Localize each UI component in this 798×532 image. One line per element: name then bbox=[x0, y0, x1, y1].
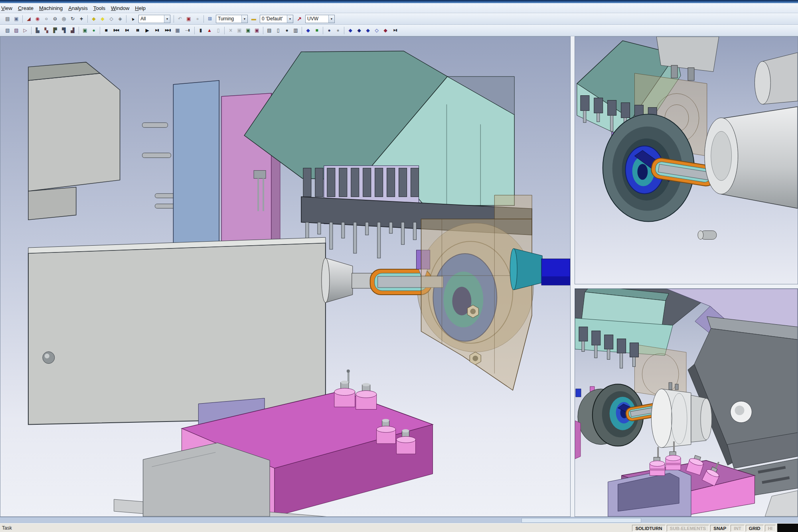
chevron-down-icon[interactable]: ▼ bbox=[241, 15, 247, 23]
solid-drop-2-button[interactable]: ◆ bbox=[355, 26, 363, 35]
verify-globe-button[interactable]: ● bbox=[89, 26, 98, 35]
sim-to-start-button[interactable]: ▮◀◀ bbox=[111, 26, 121, 35]
zoom-window-button[interactable]: ◉ bbox=[33, 14, 42, 23]
import-doc-button[interactable]: ▨ bbox=[12, 26, 21, 35]
shading-wireframe-button[interactable]: ◆ bbox=[98, 14, 107, 23]
status-solidturn[interactable]: SOLIDTURN bbox=[632, 525, 665, 532]
toolbar-icon-glyph: ▚ bbox=[44, 28, 48, 33]
selection-filter-combo[interactable]: All ▼ bbox=[138, 15, 170, 23]
menu-help[interactable]: Help bbox=[131, 4, 149, 12]
shading-translucent-button[interactable]: ◈ bbox=[116, 14, 124, 23]
toolbar-group-offset: ▬ bbox=[249, 14, 258, 23]
feature-mask-1-button[interactable]: ▙ bbox=[33, 26, 42, 35]
viewport-bottom-right-3d[interactable] bbox=[575, 288, 798, 517]
viewport-top-right-3d[interactable] bbox=[575, 36, 798, 284]
solid-drop-1-button[interactable]: ◆ bbox=[346, 26, 355, 35]
print-button[interactable]: ▤ bbox=[3, 14, 12, 23]
sim-speed-button[interactable]: —▮ bbox=[182, 26, 193, 35]
menu-machining[interactable]: Machining bbox=[36, 4, 66, 12]
doc-arrow-button[interactable]: ▷ bbox=[21, 26, 30, 35]
sim-to-end-button[interactable]: ▶▶▮ bbox=[162, 26, 173, 35]
device-button[interactable]: ▯ bbox=[274, 26, 282, 35]
machining-mode-button[interactable]: ⊞ bbox=[205, 14, 214, 23]
sim-play-button[interactable]: ▶ bbox=[143, 26, 152, 35]
status-snap[interactable]: SNAP bbox=[710, 525, 729, 532]
toolbar-icon-glyph: ◆ bbox=[306, 28, 310, 33]
sim-step-back-button[interactable]: ▮◀ bbox=[121, 26, 132, 35]
toolbar-separator bbox=[174, 15, 174, 23]
copy-2-button[interactable]: ▣ bbox=[235, 26, 244, 35]
copy-button[interactable]: ▣ bbox=[12, 14, 21, 23]
work-plane-combo[interactable]: 0 'Default' ▼ bbox=[260, 15, 293, 23]
sim-step-forward-button[interactable]: ▶▮ bbox=[152, 26, 162, 35]
uvw-axes-button[interactable]: ↗ bbox=[295, 14, 304, 23]
go-to-end-button[interactable]: ▶▮ bbox=[390, 26, 401, 35]
axes-mode-combo[interactable]: UVW ▼ bbox=[305, 15, 335, 23]
feature-mask-3-button[interactable]: ▛ bbox=[51, 26, 59, 35]
status-sub-elements[interactable]: SUB-ELEMENTS bbox=[667, 525, 709, 532]
sim-pause-button[interactable]: ▮▮ bbox=[132, 26, 143, 35]
stock-cube-button[interactable]: ■ bbox=[312, 26, 321, 35]
chevron-down-icon[interactable]: ▼ bbox=[164, 15, 170, 23]
menu-create[interactable]: Create bbox=[14, 4, 37, 12]
work-offset-button[interactable]: ▬ bbox=[249, 14, 258, 23]
report-page-button[interactable]: ▯ bbox=[214, 26, 223, 35]
toolbar-icon-glyph: ▮ bbox=[200, 28, 202, 33]
toolbar-icon-glyph: ▟ bbox=[71, 28, 74, 33]
pan-view-button[interactable]: + bbox=[77, 14, 86, 23]
sim-stop-button[interactable]: ■ bbox=[102, 26, 111, 35]
chart-button[interactable]: ▥ bbox=[291, 26, 300, 35]
shading-hidden-button[interactable]: ◇ bbox=[107, 14, 116, 23]
zoom-out-button[interactable]: ⊖ bbox=[51, 14, 59, 23]
redo-button[interactable]: ▣ bbox=[184, 14, 193, 23]
chevron-down-icon[interactable]: ▼ bbox=[328, 15, 334, 23]
menu-analysis[interactable]: Analysis bbox=[65, 4, 91, 12]
menu-window[interactable]: Window bbox=[107, 4, 133, 12]
horizontal-scrollbar-thumb[interactable] bbox=[521, 518, 641, 523]
chevron-down-icon[interactable]: ▼ bbox=[287, 15, 293, 23]
save-disk-button[interactable]: ▣ bbox=[244, 26, 253, 35]
undo-button[interactable]: ↶ bbox=[176, 14, 184, 23]
zoom-extents-button[interactable]: ◎ bbox=[59, 14, 68, 23]
selection-filter-value: All bbox=[139, 16, 164, 22]
feature-mask-4-button[interactable]: ▜ bbox=[59, 26, 68, 35]
feature-mask-5-button[interactable]: ▟ bbox=[68, 26, 77, 35]
clipboard-button[interactable]: ▤ bbox=[265, 26, 274, 35]
solid-drop-red-button[interactable]: ◆ bbox=[381, 26, 390, 35]
toolbar-icon-glyph: ▣ bbox=[83, 28, 87, 33]
zoom-in-button[interactable]: ○ bbox=[42, 14, 51, 23]
solid-drop-3-button[interactable]: ◆ bbox=[363, 26, 372, 35]
rotate-view-button[interactable]: ↻ bbox=[68, 14, 77, 23]
menu-view[interactable]: View bbox=[0, 4, 16, 12]
toolbar-icon-glyph: ▮▮ bbox=[136, 29, 139, 32]
work-plane-value: 0 'Default' bbox=[260, 16, 287, 22]
hold-point-button[interactable]: ▮ bbox=[196, 26, 205, 35]
technology-combo[interactable]: Turning ▼ bbox=[216, 15, 248, 23]
tool-alarm-button[interactable]: ▲ bbox=[205, 26, 214, 35]
save-process-button[interactable]: ▣ bbox=[81, 26, 89, 35]
feature-mask-2-button[interactable]: ▚ bbox=[42, 26, 51, 35]
sphere-gray-button[interactable]: ● bbox=[334, 26, 342, 35]
export-doc-button[interactable]: ▧ bbox=[3, 26, 12, 35]
menu-tools[interactable]: Tools bbox=[90, 4, 109, 12]
sphere-dark-button[interactable]: ● bbox=[325, 26, 334, 35]
save-as-button[interactable]: ▣ bbox=[253, 26, 261, 35]
sim-table-button[interactable]: ▦ bbox=[173, 26, 182, 35]
status-int[interactable]: INT bbox=[731, 525, 745, 532]
shading-solid-button[interactable]: ◆ bbox=[89, 14, 98, 23]
toolbar-icon-glyph: ◆ bbox=[101, 16, 104, 21]
viewport-main-3d[interactable] bbox=[0, 36, 571, 517]
select-cursor-button[interactable]: ▲ bbox=[128, 14, 137, 23]
camera-button[interactable]: ● bbox=[282, 26, 291, 35]
task-label: Task bbox=[0, 525, 15, 531]
status-highlight[interactable]: HI bbox=[765, 525, 776, 532]
status-grid[interactable]: GRID bbox=[746, 525, 764, 532]
refresh-button[interactable]: ● bbox=[193, 14, 202, 23]
solid-drop-4-button[interactable]: ◇ bbox=[372, 26, 381, 35]
stock-hexagon-button[interactable]: ◆ bbox=[304, 26, 312, 35]
toolbar-icon-glyph: ▜ bbox=[62, 28, 65, 33]
toolbar-icon-glyph: ○ bbox=[45, 16, 47, 21]
cut-button[interactable]: × bbox=[226, 26, 235, 35]
toolbar-separator bbox=[100, 27, 100, 34]
redline-brush-button[interactable]: ◢ bbox=[24, 14, 33, 23]
